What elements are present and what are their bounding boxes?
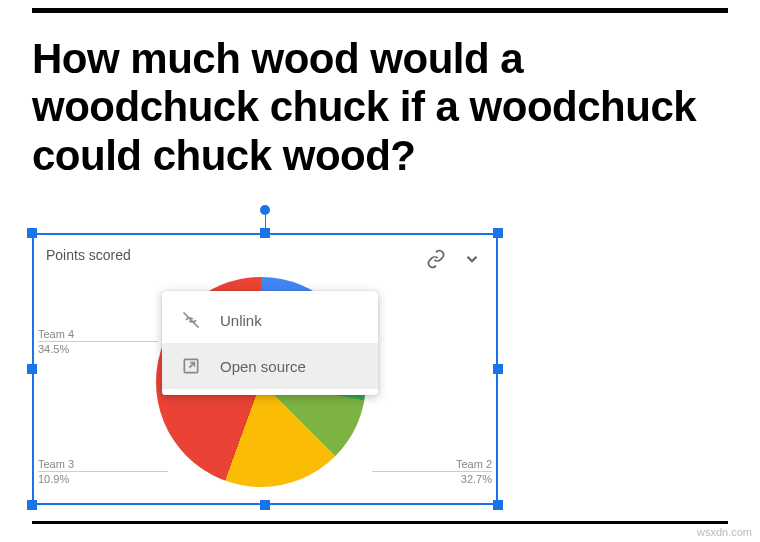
pie-label-team2: Team 2 32.7% xyxy=(372,457,492,487)
chart-title: Points scored xyxy=(46,247,131,263)
chart-body: Points scored Team 4 34.5% Team 3 xyxy=(36,237,494,501)
pie-label-team3-name: Team 3 xyxy=(38,458,74,470)
svg-line-0 xyxy=(184,313,199,328)
open-external-icon xyxy=(180,355,202,377)
pie-label-team2-name: Team 2 xyxy=(456,458,492,470)
link-icon[interactable] xyxy=(422,245,450,273)
pie-label-team4: Team 4 34.5% xyxy=(38,327,158,357)
embedded-chart[interactable]: Points scored Team 4 34.5% Team 3 xyxy=(32,233,498,505)
pie-label-team4-name: Team 4 xyxy=(38,328,74,340)
pie-label-team3: Team 3 10.9% xyxy=(38,457,168,487)
resize-handle-tl[interactable] xyxy=(27,228,37,238)
rotate-handle[interactable] xyxy=(260,205,270,215)
unlink-icon xyxy=(180,309,202,331)
watermark: wsxdn.com xyxy=(697,526,752,538)
resize-handle-t[interactable] xyxy=(260,228,270,238)
resize-handle-l[interactable] xyxy=(27,364,37,374)
menu-item-open-source[interactable]: Open source xyxy=(162,343,378,389)
resize-handle-r[interactable] xyxy=(493,364,503,374)
menu-item-open-source-label: Open source xyxy=(220,358,306,375)
resize-handle-tr[interactable] xyxy=(493,228,503,238)
menu-item-unlink[interactable]: Unlink xyxy=(162,297,378,343)
horizontal-rule-top xyxy=(32,8,728,13)
resize-handle-b[interactable] xyxy=(260,500,270,510)
resize-handle-br[interactable] xyxy=(493,500,503,510)
chart-toolbar xyxy=(422,245,486,273)
pie-label-team3-pct: 10.9% xyxy=(38,473,69,485)
resize-handle-bl[interactable] xyxy=(27,500,37,510)
pie-label-team4-pct: 34.5% xyxy=(38,343,69,355)
horizontal-rule-bottom xyxy=(32,521,728,524)
page-title[interactable]: How much wood would a woodchuck chuck if… xyxy=(32,35,728,180)
chart-options-menu: Unlink Open source xyxy=(162,291,378,395)
pie-label-team2-pct: 32.7% xyxy=(461,473,492,485)
chevron-down-icon[interactable] xyxy=(458,245,486,273)
rotate-handle-stem xyxy=(265,215,266,229)
menu-item-unlink-label: Unlink xyxy=(220,312,262,329)
